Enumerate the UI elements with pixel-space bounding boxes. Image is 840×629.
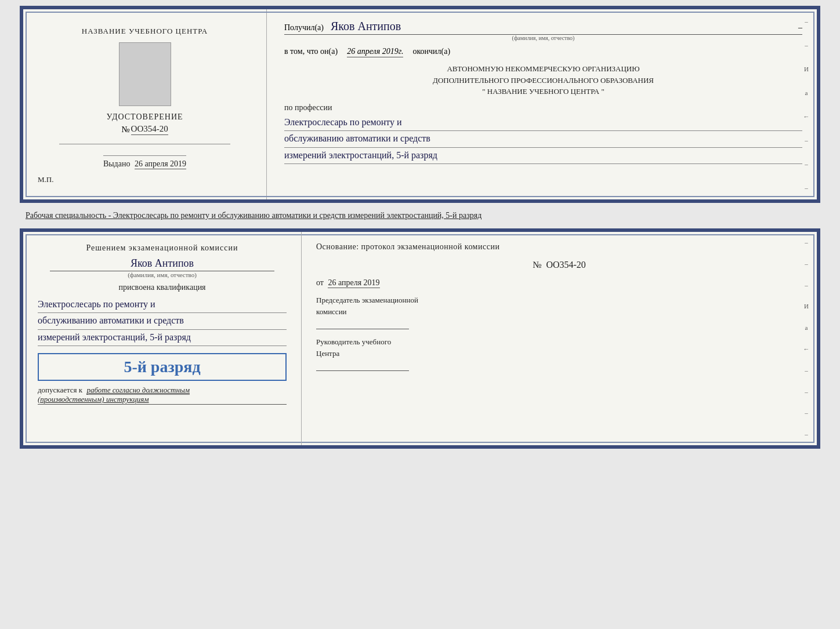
specialty-label: Рабочая специальность - Электрослесарь п…	[26, 211, 481, 220]
predsedatel-title: Председатель экзаменационной	[316, 296, 802, 305]
photo-placeholder	[119, 42, 171, 106]
org-name-top: НАЗВАНИЕ УЧЕБНОГО ЦЕНТРА	[82, 27, 208, 36]
profession-line3: измерений электростанций, 5-й разряд	[284, 148, 802, 165]
qual-line3: измерений электростанций, 5-й разряд	[38, 330, 287, 347]
protocol-number-block: № OO354-20	[316, 260, 802, 270]
okonchil-label: окончил(а)	[412, 47, 450, 56]
fio-block-bottom: Яков Антипов (фамилия, имя, отчество)	[38, 257, 287, 278]
udostoverenie-title: УДОСТОВЕРЕНИЕ	[106, 112, 183, 122]
prisvoena-text: присвоена квалификация	[38, 283, 287, 292]
rukovoditel-block: Руководитель учебного Центра	[316, 337, 802, 371]
divider-line	[59, 144, 230, 144]
protocol-number: OO354-20	[546, 260, 585, 270]
org-line2: ДОПОЛНИТЕЛЬНОГО ПРОФЕССИОНАЛЬНОГО ОБРАЗО…	[284, 75, 802, 86]
dopuskaetsya-prefix: допускается к	[38, 386, 82, 394]
mp-line: М.П.	[38, 175, 252, 188]
vtom-date: 26 апреля 2019г.	[347, 47, 403, 57]
cert-bottom-left: Решением экзаменационной комиссии Яков А…	[23, 232, 302, 445]
side-deco-top: – – И а ← – – –	[801, 9, 812, 199]
bottom-certificate: Решением экзаменационной комиссии Яков А…	[20, 228, 820, 449]
poluchil-sublabel: (фамилия, имя, отчество)	[284, 35, 802, 41]
fio-sublabel-bottom: (фамилия, имя, отчество)	[128, 271, 197, 278]
profession-block: Электрослесарь по ремонту и обслуживанию…	[284, 115, 802, 165]
org-block: АВТОНОМНУЮ НЕКОММЕРЧЕСКУЮ ОРГАНИЗАЦИЮ ДО…	[284, 63, 802, 97]
predsedatel-block: Председатель экзаменационной комиссии	[316, 296, 802, 329]
rukovoditel-title: Руководитель учебного	[316, 337, 802, 347]
udostoverenie-block: УДОСТОВЕРЕНИЕ № OO354-20	[106, 112, 183, 135]
fio-bottom: Яков Антипов	[50, 257, 274, 271]
specialty-text: Рабочая специальность - Электрослесарь п…	[20, 206, 820, 225]
number-prefix: №	[121, 125, 129, 134]
vyidano-date: 26 апреля 2019	[135, 159, 186, 169]
rukovoditel-title2: Центра	[316, 349, 802, 358]
document-wrapper: НАЗВАНИЕ УЧЕБНОГО ЦЕНТРА УДОСТОВЕРЕНИЕ №…	[20, 6, 820, 449]
predsedatel-title2: комиссии	[316, 307, 802, 317]
top-certificate: НАЗВАНИЕ УЧЕБНОГО ЦЕНТРА УДОСТОВЕРЕНИЕ №…	[20, 6, 820, 203]
vtom-prefix: в том, что он(а)	[284, 47, 338, 56]
ot-prefix: от	[316, 278, 324, 287]
po-professii-label: по профессии	[284, 103, 802, 112]
qual-line1: Электрослесарь по ремонту и	[38, 297, 287, 314]
vyidano-label: Выдано	[103, 159, 131, 168]
cert-top-left: НАЗВАНИЕ УЧЕБНОГО ЦЕНТРА УДОСТОВЕРЕНИЕ №…	[23, 9, 267, 199]
poluchil-label: Получил(а)	[284, 23, 324, 32]
qual-line2: обслуживанию автоматики и средств	[38, 313, 287, 330]
cert-top-number: OO354-20	[131, 124, 168, 135]
qualification-block: Электрослесарь по ремонту и обслуживанию…	[38, 297, 287, 347]
resheniem-text: Решением экзаменационной комиссии	[38, 243, 287, 253]
razryad-big-text: 5-й разряд	[124, 358, 200, 376]
dopuskaetsya-text2: (производственным) инструкциям	[38, 395, 287, 405]
cert-number-line: № OO354-20	[106, 124, 183, 135]
profession-line2: обслуживанию автоматики и средств	[284, 131, 802, 148]
poluchil-block: Получил(а) Яков Антипов – (фамилия, имя,…	[284, 20, 802, 41]
vtom-line: в том, что он(а) 26 апреля 2019г. окончи…	[284, 47, 802, 57]
protocol-num-prefix: №	[533, 260, 541, 270]
po-professii-block: по профессии Электрослесарь по ремонту и…	[284, 103, 802, 165]
ot-line: от 26 апреля 2019	[316, 278, 802, 288]
vyidano-block: Выдано 26 апреля 2019	[103, 155, 186, 169]
osnovanie-title: Основание: протокол экзаменационной коми…	[316, 242, 802, 252]
dopuskaetsya-text: работе согласно должностным	[86, 386, 190, 395]
profession-line1: Электрослесарь по ремонту и	[284, 115, 802, 132]
ot-date: 26 апреля 2019	[328, 278, 379, 288]
predsedatel-signature-line	[316, 319, 409, 329]
cert-bottom-right: Основание: протокол экзаменационной коми…	[302, 232, 817, 445]
poluchil-name: Яков Антипов	[331, 20, 789, 33]
cert-top-right: Получил(а) Яков Антипов – (фамилия, имя,…	[267, 9, 817, 199]
org-line3: " НАЗВАНИЕ УЧЕБНОГО ЦЕНТРА "	[284, 86, 802, 97]
side-deco-bottom: – – – И а ← – – – –	[801, 232, 812, 445]
dopuskaetsya-block: допускается к работе согласно должностны…	[38, 386, 287, 405]
poluchil-line: Получил(а) Яков Антипов –	[284, 20, 802, 35]
rukovoditel-signature-line	[316, 361, 409, 371]
org-line1: АВТОНОМНУЮ НЕКОММЕРЧЕСКУЮ ОРГАНИЗАЦИЮ	[284, 63, 802, 75]
razryad-box: 5-й разряд	[38, 353, 287, 381]
